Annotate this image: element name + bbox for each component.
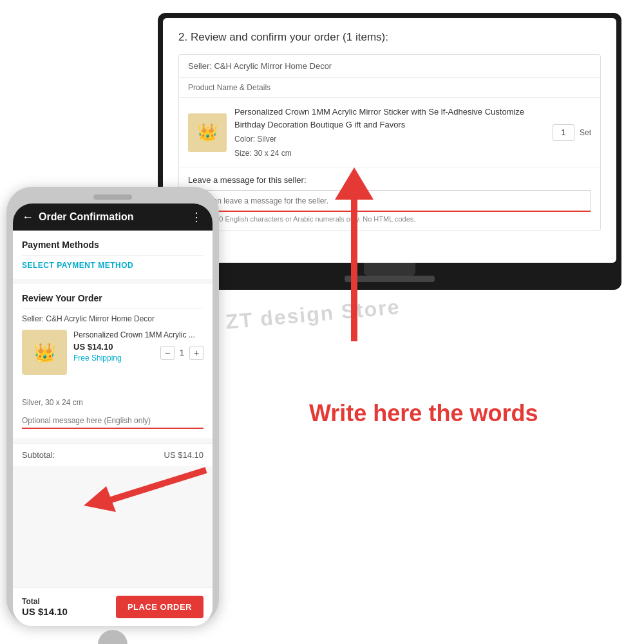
arrow-left-icon [84, 464, 213, 515]
phone-home-button[interactable] [98, 630, 128, 644]
phone-product-image: 👑 [22, 330, 67, 375]
divider-1 [22, 255, 204, 256]
write-here-instruction: Write here the words [309, 399, 592, 427]
svg-marker-3 [84, 486, 116, 512]
screen-qty-box[interactable]: 1 [553, 124, 574, 141]
phone-seller-label: Seller: C&H Acrylic Mirror Home Decor [22, 314, 204, 323]
phone-crown-icon: 👑 [33, 342, 56, 363]
screen-qty-area: 1 Set [553, 124, 591, 141]
review-order-section: Review Your Order Seller: C&H Acrylic Mi… [13, 284, 213, 438]
total-area: Total US $14.10 [22, 597, 68, 617]
screen-order-title: 2. Review and confirm your order (1 item… [178, 31, 601, 44]
phone-product-row: 👑 Personalized Crown 1MM Acrylic ... US … [22, 330, 204, 375]
screen-seller: Seller: C&H Acrylic Mirror Home Decor [179, 55, 600, 78]
payment-methods-section: Payment Methods SELECT PAYMENT METHOD [13, 231, 213, 279]
phone-message-area [22, 413, 204, 429]
menu-dots-icon[interactable]: ⋮ [191, 210, 204, 224]
color-value: Silver [257, 135, 276, 144]
crown-icon: 👑 [197, 122, 218, 142]
divider-2 [22, 308, 204, 309]
screen-product-row: 👑 Personalized Crown 1MM Acrylic Mirror … [179, 98, 600, 167]
size-value: 30 x 24 cm [254, 149, 292, 158]
place-order-button[interactable]: PLACE ORDER [116, 596, 204, 618]
subtotal-value: US $14.10 [164, 450, 204, 460]
phone-title: Order Confirmation [39, 211, 185, 223]
subtotal-label: Subtotal: [22, 450, 55, 460]
svg-marker-1 [335, 167, 374, 200]
screen-product-color: Color: Silver [234, 133, 545, 145]
phone-product-variant: Silver, 30 x 24 cm [22, 398, 204, 407]
svg-line-2 [103, 470, 206, 502]
screen-product-name: Personalized Crown 1MM Acrylic Mirror St… [234, 106, 545, 131]
total-amount: US $14.10 [22, 606, 68, 617]
screen-product-image: 👑 [188, 113, 227, 152]
qty-minus-button[interactable]: − [160, 346, 175, 360]
payment-section-title: Payment Methods [22, 240, 204, 250]
screen-product-info: Personalized Crown 1MM Acrylic Mirror St… [234, 106, 545, 159]
review-section-title: Review Your Order [22, 293, 204, 303]
back-arrow-icon[interactable]: ← [22, 211, 33, 224]
phone-footer: Total US $14.10 PLACE ORDER [13, 587, 213, 626]
total-label: Total [22, 597, 68, 606]
phone: ← Order Confirmation ⋮ Payment Methods S… [6, 187, 219, 625]
phone-qty-controls: − 1 + [160, 346, 204, 360]
size-label: Size: [234, 149, 252, 158]
screen-qty-unit: Set [580, 128, 591, 137]
phone-inner: ← Order Confirmation ⋮ Payment Methods S… [13, 204, 213, 626]
select-payment-button[interactable]: SELECT PAYMENT METHOD [22, 261, 204, 270]
color-label: Color: [234, 135, 255, 144]
subtotal-row: Subtotal: US $14.10 [13, 443, 213, 466]
phone-product-name: Personalized Crown 1MM Acrylic ... [73, 330, 204, 341]
phone-product-details: Personalized Crown 1MM Acrylic ... US $1… [73, 330, 204, 365]
phone-speaker [93, 194, 132, 200]
phone-qty-number: 1 [180, 348, 184, 357]
arrow-up-icon [316, 167, 393, 348]
screen-product-header: Product Name & Details [179, 78, 600, 98]
phone-body: Payment Methods SELECT PAYMENT METHOD Re… [13, 231, 213, 587]
qty-plus-button[interactable]: + [189, 346, 204, 360]
phone-message-input[interactable] [22, 413, 204, 429]
screen-product-size: Size: 30 x 24 cm [234, 147, 545, 159]
phone-topbar: ← Order Confirmation ⋮ [13, 204, 213, 231]
